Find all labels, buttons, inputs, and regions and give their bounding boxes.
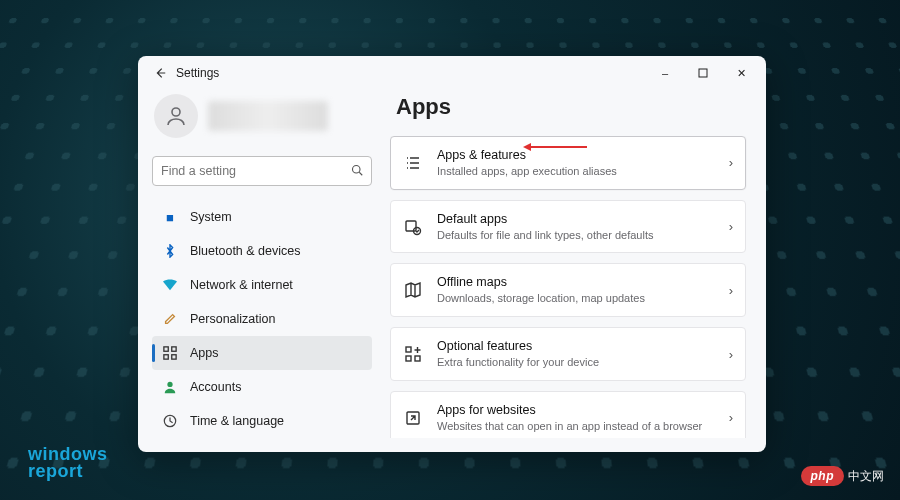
back-arrow-icon bbox=[153, 66, 167, 80]
card-subtitle: Defaults for file and link types, other … bbox=[437, 228, 653, 243]
sidebar-item-label: Time & language bbox=[190, 414, 284, 428]
card-title: Default apps bbox=[437, 211, 653, 228]
maximize-button[interactable] bbox=[686, 59, 720, 87]
sidebar-item-label: System bbox=[190, 210, 232, 224]
sidebar-item-personalization[interactable]: Personalization bbox=[152, 302, 372, 336]
search-icon bbox=[351, 164, 363, 179]
window-title: Settings bbox=[176, 66, 219, 80]
back-button[interactable] bbox=[146, 59, 174, 87]
clock-icon bbox=[162, 413, 178, 429]
list-icon bbox=[403, 153, 423, 173]
svg-rect-3 bbox=[164, 347, 168, 351]
chevron-right-icon: › bbox=[729, 283, 733, 298]
card-subtitle: Extra functionality for your device bbox=[437, 355, 599, 370]
svg-rect-6 bbox=[172, 355, 176, 359]
card-optional-features[interactable]: Optional features Extra functionality fo… bbox=[390, 327, 746, 381]
maximize-icon bbox=[698, 68, 708, 78]
monitor-icon: ■ bbox=[162, 209, 178, 225]
svg-point-2 bbox=[353, 165, 361, 173]
sidebar-item-label: Accounts bbox=[190, 380, 241, 394]
settings-window: Settings – ✕ bbox=[138, 56, 766, 452]
search-box[interactable] bbox=[152, 156, 372, 186]
sidebar-item-system[interactable]: ■ System bbox=[152, 200, 372, 234]
user-name-redacted bbox=[208, 101, 328, 131]
sidebar: ■ System Bluetooth & devices Network & i… bbox=[152, 90, 372, 438]
card-offline-maps[interactable]: Offline maps Downloads, storage location… bbox=[390, 263, 746, 317]
close-button[interactable]: ✕ bbox=[724, 59, 758, 87]
svg-rect-0 bbox=[699, 69, 707, 77]
card-subtitle: Downloads, storage location, map updates bbox=[437, 291, 645, 306]
card-apps-websites[interactable]: Apps for websites Websites that can open… bbox=[390, 391, 746, 438]
card-title: Offline maps bbox=[437, 274, 645, 291]
chevron-right-icon: › bbox=[729, 410, 733, 425]
svg-rect-4 bbox=[172, 347, 176, 351]
card-subtitle: Websites that can open in an app instead… bbox=[437, 419, 702, 434]
card-apps-features[interactable]: Apps & features Installed apps, app exec… bbox=[390, 136, 746, 190]
svg-rect-5 bbox=[164, 355, 168, 359]
sidebar-item-label: Bluetooth & devices bbox=[190, 244, 301, 258]
page-title: Apps bbox=[390, 90, 752, 124]
content-area: Apps Apps & features Installed apps, app… bbox=[390, 90, 752, 438]
window-controls: – ✕ bbox=[648, 59, 758, 87]
watermark-php-cn: php 中文网 bbox=[801, 466, 885, 486]
search-input[interactable] bbox=[161, 164, 351, 178]
user-profile[interactable] bbox=[152, 90, 372, 146]
svg-rect-11 bbox=[406, 347, 411, 352]
apps-icon bbox=[162, 345, 178, 361]
avatar bbox=[154, 94, 198, 138]
sidebar-item-network[interactable]: Network & internet bbox=[152, 268, 372, 302]
titlebar: Settings – ✕ bbox=[138, 56, 766, 90]
sidebar-item-time[interactable]: Time & language bbox=[152, 404, 372, 438]
bluetooth-icon bbox=[162, 243, 178, 259]
brush-icon bbox=[162, 311, 178, 327]
default-apps-icon bbox=[403, 217, 423, 237]
plus-grid-icon bbox=[403, 344, 423, 364]
card-title: Apps for websites bbox=[437, 402, 702, 419]
card-subtitle: Installed apps, app execution aliases bbox=[437, 164, 617, 179]
settings-cards-list[interactable]: Apps & features Installed apps, app exec… bbox=[390, 136, 752, 438]
sidebar-item-bluetooth[interactable]: Bluetooth & devices bbox=[152, 234, 372, 268]
card-title: Optional features bbox=[437, 338, 599, 355]
chevron-right-icon: › bbox=[729, 347, 733, 362]
svg-rect-13 bbox=[415, 356, 420, 361]
wifi-icon bbox=[162, 277, 178, 293]
person-icon bbox=[164, 104, 188, 128]
sidebar-item-apps[interactable]: Apps bbox=[152, 336, 372, 370]
watermark-windows-report: windows report bbox=[28, 446, 108, 480]
php-cn-text: 中文网 bbox=[848, 468, 884, 485]
svg-rect-12 bbox=[406, 356, 411, 361]
annotation-arrow bbox=[523, 143, 587, 151]
php-badge: php bbox=[801, 466, 845, 486]
open-external-icon bbox=[403, 408, 423, 428]
svg-point-1 bbox=[172, 108, 180, 116]
sidebar-item-label: Network & internet bbox=[190, 278, 293, 292]
sidebar-item-accounts[interactable]: Accounts bbox=[152, 370, 372, 404]
nav-list: ■ System Bluetooth & devices Network & i… bbox=[152, 200, 372, 438]
minimize-button[interactable]: – bbox=[648, 59, 682, 87]
sidebar-item-label: Apps bbox=[190, 346, 219, 360]
card-default-apps[interactable]: Default apps Defaults for file and link … bbox=[390, 200, 746, 254]
chevron-right-icon: › bbox=[729, 155, 733, 170]
chevron-right-icon: › bbox=[729, 219, 733, 234]
account-icon bbox=[162, 379, 178, 395]
svg-point-7 bbox=[167, 382, 172, 387]
map-icon bbox=[403, 280, 423, 300]
sidebar-item-label: Personalization bbox=[190, 312, 275, 326]
